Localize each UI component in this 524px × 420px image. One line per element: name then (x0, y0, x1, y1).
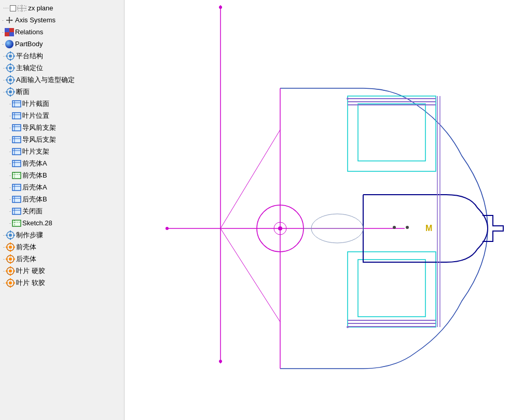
icon-guanbi (12, 208, 21, 215)
label-zx-plane: zx plane (28, 4, 53, 12)
svg-point-76 (9, 246, 12, 249)
svg-rect-8 (9, 28, 14, 32)
icon-daofeng-hou (12, 136, 21, 143)
svg-point-82 (9, 258, 12, 261)
label-yepian-yingjiao: 叶片 硬胶 (16, 266, 45, 276)
tree-item-duanmian[interactable]: - 断面 (0, 86, 124, 98)
svg-rect-10 (9, 32, 14, 36)
label-yepian-weizhi: 叶片位置 (22, 111, 49, 120)
tree-item-yepian-zhijia[interactable]: - 叶片支架 (0, 145, 124, 157)
label-yepian-jiemian: 叶片截面 (22, 99, 49, 109)
svg-rect-54 (12, 172, 21, 179)
svg-point-13 (9, 55, 12, 58)
svg-rect-42 (12, 125, 21, 131)
tree-item-hou-shell-a[interactable]: - 后壳体A (0, 181, 124, 193)
icon-partbody (5, 39, 14, 49)
icon-zx-plane (17, 4, 26, 13)
tree-item-relations[interactable]: - Relations (0, 26, 124, 38)
tree-item-pingtai[interactable]: - 平台结构 (0, 50, 124, 62)
tree-item-yepian-ruanjiao[interactable]: - 叶片 软胶 (0, 277, 124, 289)
tree-item-qian-keti[interactable]: - 前壳体 (0, 241, 124, 253)
label-partbody: PartBody (15, 40, 43, 48)
tree-item-yepian-yingjiao[interactable]: - 叶片 硬胶 (0, 265, 124, 277)
svg-marker-6 (11, 19, 13, 21)
svg-point-94 (9, 281, 12, 284)
tree-item-sketch28[interactable]: - Sketch.28 (0, 217, 124, 229)
tree-item-daofeng-qian[interactable]: - 导风前支架 (0, 121, 124, 133)
label-amian: A面输入与造型确定 (16, 75, 75, 85)
svg-point-123 (219, 6, 222, 9)
tree-item-amian[interactable]: - A面输入与造型确定 (0, 74, 124, 86)
svg-marker-5 (9, 17, 10, 18)
svg-point-120 (406, 226, 409, 229)
label-relations: Relations (15, 28, 43, 36)
icon-qian-shell-a (12, 160, 21, 167)
icon-yepian-weizhi (12, 112, 21, 119)
label-hou-keti: 后壳体 (16, 254, 36, 264)
label-zhouding: 主轴定位 (16, 63, 43, 73)
svg-rect-39 (12, 113, 21, 119)
svg-rect-36 (12, 101, 21, 107)
svg-rect-99 (125, 0, 524, 420)
svg-rect-57 (12, 184, 21, 191)
label-qian-shell-a: 前壳体A (22, 159, 47, 168)
icon-hou-keti (6, 254, 15, 264)
icon-yepian-ruanjiao (6, 278, 15, 288)
svg-point-31 (9, 90, 12, 93)
label-daofeng-hou: 导风后支架 (22, 135, 56, 144)
icon-amian (6, 75, 15, 85)
tree-item-guanbi[interactable]: - 关闭面 (0, 205, 124, 217)
tree-item-partbody[interactable]: - PartBody (0, 38, 124, 50)
label-yepian-zhijia: 叶片支架 (22, 147, 49, 156)
svg-rect-9 (5, 32, 9, 36)
svg-rect-63 (12, 208, 21, 214)
icon-yepian-zhijia (12, 148, 21, 155)
tree-item-daofeng-hou[interactable]: - 导风后支架 (0, 133, 124, 145)
svg-point-128 (347, 98, 349, 100)
tree-item-hou-keti[interactable]: - 后壳体 (0, 253, 124, 265)
tree-item-zx-plane[interactable]: ···· zx plane (0, 2, 124, 14)
label-axis-systems: Axis Systems (15, 16, 56, 24)
label-sketch28: Sketch.28 (22, 219, 52, 227)
label-hou-shell-a: 后壳体A (22, 183, 47, 192)
label-pingtai: 平台结构 (16, 51, 43, 61)
tree-panel[interactable]: ···· zx plane - Axis Systems - (0, 0, 125, 420)
tree-item-zhizuo[interactable]: - 制作步骤 (0, 229, 124, 241)
icon-duanmian (6, 87, 15, 97)
svg-point-129 (347, 326, 349, 328)
label-zhizuo: 制作步骤 (16, 231, 43, 240)
main-drawing: M (125, 0, 524, 420)
svg-rect-60 (12, 196, 21, 202)
icon-qian-shell-b (12, 172, 21, 179)
label-daofeng-qian: 导风前支架 (22, 123, 56, 132)
icon-axis-systems (5, 16, 13, 24)
label-yepian-ruanjiao: 叶片 软胶 (16, 278, 45, 288)
tree-item-qian-shell-b[interactable]: - 前壳体B (0, 169, 124, 181)
icon-qian-keti (6, 242, 15, 252)
svg-rect-66 (12, 220, 21, 226)
label-qian-shell-b: 前壳体B (22, 171, 47, 180)
label-duanmian: 断面 (16, 87, 30, 97)
tree-item-yepian-jiemian[interactable]: - 叶片截面 (0, 98, 124, 110)
svg-point-70 (9, 234, 12, 237)
label-qian-keti: 前壳体 (16, 242, 36, 252)
icon-hou-shell-b (12, 196, 21, 203)
icon-pingtai (6, 51, 15, 61)
svg-point-124 (166, 227, 169, 230)
svg-point-19 (9, 66, 12, 70)
svg-point-88 (9, 269, 12, 273)
svg-rect-7 (5, 28, 9, 32)
tree-item-hou-shell-b[interactable]: - 后壳体B (0, 193, 124, 205)
icon-daofeng-qian (12, 124, 21, 131)
tree-item-yepian-weizhi[interactable]: - 叶片位置 (0, 110, 124, 121)
svg-rect-51 (12, 160, 21, 167)
icon-zhizuo (6, 231, 15, 240)
svg-point-11 (5, 40, 13, 48)
icon-yepian-jiemian (12, 100, 21, 107)
svg-point-25 (9, 78, 12, 82)
expand-zx-plane[interactable] (10, 5, 16, 11)
tree-item-zhouding[interactable]: - 主轴定位 (0, 62, 124, 74)
tree-item-qian-shell-a[interactable]: - 前壳体A (0, 157, 124, 169)
tree-item-axis-systems[interactable]: - Axis Systems (0, 14, 124, 26)
icon-sketch28 (12, 220, 21, 227)
